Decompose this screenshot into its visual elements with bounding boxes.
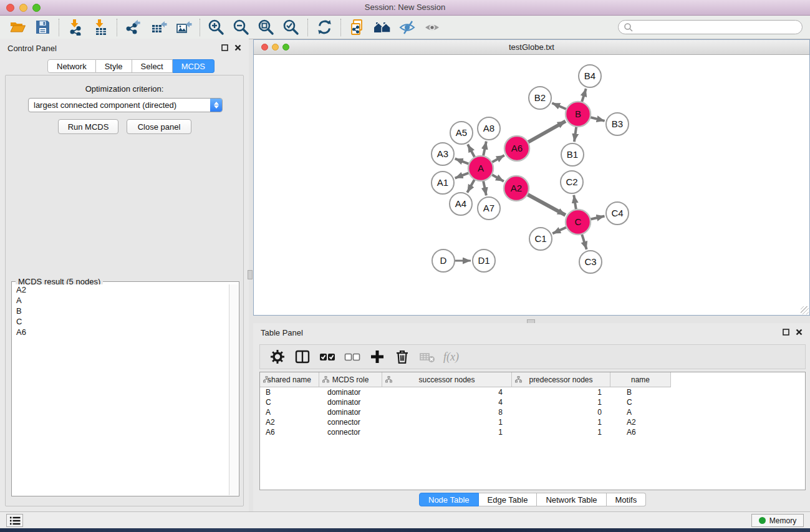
network-window-titlebar[interactable]: testGlobe.txt	[254, 40, 809, 55]
graph-node-B[interactable]: B	[566, 102, 591, 127]
network-canvas[interactable]: B4B2BB3A5A8A6A3B1AA1C2A2A4A7C4CC1C3DD1	[254, 56, 809, 315]
tab-mcds[interactable]: MCDS	[173, 59, 215, 73]
search-field[interactable]	[618, 20, 803, 34]
mcds-result-item-a6[interactable]: A6	[12, 327, 229, 337]
refresh-icon[interactable]	[312, 17, 337, 38]
export-image-icon[interactable]	[171, 17, 196, 38]
graph-node-C3[interactable]: C3	[579, 251, 602, 273]
table-cell[interactable]: C	[260, 397, 319, 407]
table-cell[interactable]: 1	[512, 417, 610, 427]
table-cell[interactable]: 1	[512, 387, 610, 397]
zoom-fit-icon[interactable]	[254, 17, 279, 38]
function-builder-button[interactable]: f(x)	[441, 351, 459, 364]
mcds-result-item-b[interactable]: B	[12, 306, 229, 316]
run-mcds-button[interactable]: Run MCDS	[58, 119, 118, 134]
close-panel-icon[interactable]	[796, 329, 803, 336]
mcds-result-list[interactable]: A2ABCA6	[12, 284, 229, 495]
table-cell[interactable]: A2	[260, 417, 319, 427]
graph-node-A6[interactable]: A6	[504, 136, 529, 161]
mcds-result-item-c[interactable]: C	[12, 316, 229, 327]
column-header-predecessor-nodes[interactable]: predecessor nodes	[512, 372, 610, 387]
task-history-button[interactable]	[6, 514, 23, 527]
table-cell[interactable]: C	[610, 397, 671, 407]
graph-node-C[interactable]: C	[566, 210, 591, 235]
table-cell[interactable]: 1	[512, 427, 610, 437]
tab-select[interactable]: Select	[132, 59, 173, 73]
table-cell[interactable]: dominator	[319, 387, 382, 397]
hide-selected-eye-icon[interactable]	[395, 17, 420, 38]
graph-node-A5[interactable]: A5	[450, 122, 473, 144]
table-cell[interactable]: 1	[382, 427, 512, 437]
graph-node-A1[interactable]: A1	[432, 172, 454, 194]
close-panel-icon[interactable]	[234, 44, 241, 51]
graph-node-C4[interactable]: C4	[606, 202, 629, 225]
graph-node-A7[interactable]: A7	[478, 197, 500, 220]
table-row-a6[interactable]: A6connector11A6	[260, 427, 805, 437]
table-cell[interactable]: 1	[512, 397, 610, 407]
split-table-icon[interactable]	[291, 346, 314, 367]
tab-network-table[interactable]: Network Table	[537, 493, 606, 506]
graph-node-A4[interactable]: A4	[450, 193, 472, 215]
table-cell[interactable]: 4	[382, 397, 512, 407]
tab-motifs[interactable]: Motifs	[607, 493, 647, 506]
zoom-selected-icon[interactable]	[279, 17, 304, 38]
tab-edge-table[interactable]: Edge Table	[479, 493, 538, 506]
zoom-in-icon[interactable]	[204, 17, 229, 38]
table-cell[interactable]: connector	[319, 427, 382, 437]
vertical-splitter-handle[interactable]	[248, 270, 253, 279]
graph-node-B2[interactable]: B2	[529, 87, 551, 109]
open-session-icon[interactable]	[5, 17, 30, 38]
deselect-all-checkboxes-icon[interactable]	[341, 346, 364, 367]
export-network-icon[interactable]	[121, 17, 146, 38]
graph-node-A[interactable]: A	[468, 156, 493, 181]
close-panel-button[interactable]: Close panel	[127, 119, 191, 134]
table-row-a2[interactable]: A2connector11A2	[260, 417, 805, 427]
table-cell[interactable]: B	[610, 387, 671, 397]
table-cell[interactable]: dominator	[319, 407, 382, 417]
table-cell[interactable]: A6	[610, 427, 671, 437]
float-panel-icon[interactable]	[221, 44, 228, 51]
duplicate-network-view-icon[interactable]	[345, 17, 370, 38]
column-header-successor-nodes[interactable]: successor nodes	[382, 372, 512, 387]
table-cell[interactable]: A6	[260, 427, 319, 437]
show-all-eye-icon[interactable]	[420, 17, 445, 38]
window-resize-grip[interactable]	[801, 306, 809, 314]
select-all-checkboxes-icon[interactable]	[316, 346, 339, 367]
graph-node-B4[interactable]: B4	[579, 65, 601, 87]
graph-node-A8[interactable]: A8	[478, 117, 500, 140]
graph-node-B3[interactable]: B3	[606, 113, 629, 135]
delete-table-icon[interactable]	[416, 346, 438, 367]
table-cell[interactable]: 8	[382, 407, 512, 417]
graph-node-C2[interactable]: C2	[561, 171, 583, 193]
table-row-a[interactable]: Adominator80A	[260, 407, 805, 417]
float-panel-icon[interactable]	[783, 329, 789, 336]
memory-button[interactable]: Memory	[751, 514, 804, 527]
column-header-shared-name[interactable]: shared name	[260, 372, 319, 387]
home-view-icon[interactable]	[370, 17, 395, 38]
mcds-list-scrollbar[interactable]	[229, 284, 238, 495]
mcds-result-item-a[interactable]: A	[12, 295, 229, 306]
table-cell[interactable]: 4	[382, 387, 512, 397]
tab-network[interactable]: Network	[47, 59, 96, 73]
table-row-b[interactable]: Bdominator41B	[260, 387, 805, 397]
table-cell[interactable]: 1	[382, 417, 512, 427]
add-column-icon[interactable]	[366, 346, 388, 367]
table-cell[interactable]: A2	[610, 417, 671, 427]
tab-node-table[interactable]: Node Table	[419, 493, 479, 506]
tab-style[interactable]: Style	[96, 59, 132, 73]
graph-node-A2[interactable]: A2	[504, 176, 529, 201]
graph-node-B1[interactable]: B1	[561, 143, 584, 166]
search-input[interactable]	[634, 22, 797, 32]
zoom-out-icon[interactable]	[229, 17, 254, 38]
column-header-name[interactable]: name	[610, 372, 671, 387]
graph-node-D1[interactable]: D1	[473, 249, 495, 272]
table-cell[interactable]: A	[260, 407, 319, 417]
graph-node-A3[interactable]: A3	[432, 143, 454, 165]
table-settings-gear-icon[interactable]	[266, 346, 289, 367]
delete-columns-trash-icon[interactable]	[391, 346, 413, 367]
column-header-mcds-role[interactable]: MCDS role	[319, 372, 382, 387]
import-network-icon[interactable]	[63, 17, 88, 38]
graph-node-D[interactable]: D	[432, 249, 455, 272]
table-cell[interactable]: dominator	[319, 397, 382, 407]
import-table-icon[interactable]	[88, 17, 113, 38]
